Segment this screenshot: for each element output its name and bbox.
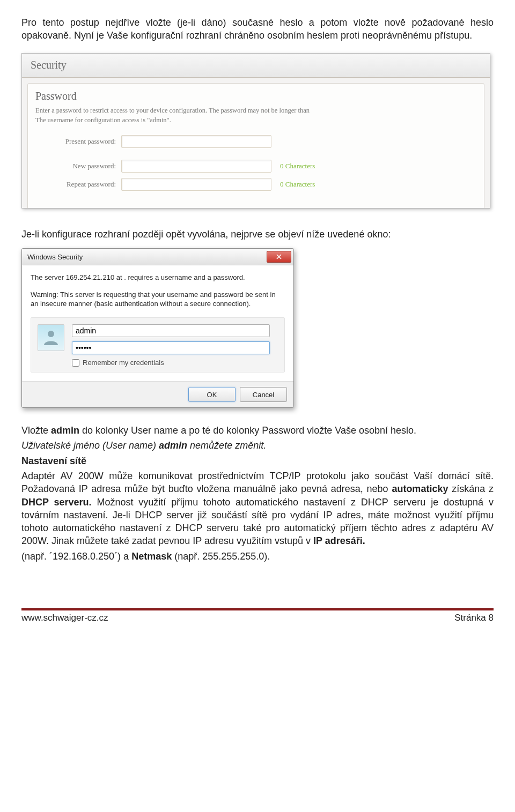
after-p2: Uživatelské jméno (User name) admin nemů… [21,439,494,452]
close-button[interactable] [267,251,291,263]
footer-url: www.schwaiger-cz.cz [21,613,108,623]
remember-row[interactable]: Remember my credentials [72,359,278,367]
footer-rule [21,608,494,610]
repeat-password-count: 0 Characters [280,180,315,189]
svg-point-0 [48,331,54,337]
dialog-title: Windows Security [27,253,83,261]
credentials-box: Remember my credentials [31,317,285,373]
security-tab-label: Security [31,59,67,71]
new-password-count: 0 Characters [280,162,315,170]
intro-paragraph: Pro tento postup nejdříve vložte (je-li … [21,16,494,42]
cancel-button[interactable]: Cancel [240,387,287,402]
present-password-label: Present password: [35,137,121,146]
user-avatar [38,324,64,351]
repeat-password-input[interactable] [121,178,271,191]
password-input[interactable] [72,341,270,354]
security-panel: Security Password Enter a password to re… [21,53,490,209]
remember-checkbox[interactable] [72,359,79,367]
new-password-input[interactable] [121,160,271,173]
password-title: Password [35,90,476,102]
dialog-text-1: The server 169.254.21.210 at . requires … [31,273,285,282]
footer-page: Stránka 8 [454,613,494,623]
new-password-label: New password: [35,162,121,170]
password-hint-line1: Enter a password to restrict access to y… [35,107,310,114]
ok-button[interactable]: OK [188,387,236,402]
network-body-2: (např. ´192.168.0.250´) a Netmask (např.… [21,550,494,563]
security-tab: Security [22,54,490,78]
dialog-text-2: Warning: This server is requesting that … [31,290,285,309]
remember-label: Remember my credentials [83,359,164,367]
network-heading: Nastavení sítě [21,455,494,467]
mid-paragraph: Je-li konfigurace rozhraní později opět … [21,228,494,241]
username-input[interactable] [72,324,270,337]
windows-security-dialog: Windows Security The server 169.254.21.2… [21,248,294,408]
network-body: Adaptér AV 200W může komunikovat prostře… [21,470,494,548]
close-icon [276,253,282,261]
password-hint: Enter a password to restrict access to y… [35,106,476,126]
after-p1: Vložte admin do kolonky User name a po t… [21,424,494,437]
present-password-input[interactable] [121,135,271,148]
repeat-password-label: Repeat password: [35,180,121,189]
user-icon [42,328,60,348]
password-hint-line2: The username for configuration access is… [35,116,171,124]
